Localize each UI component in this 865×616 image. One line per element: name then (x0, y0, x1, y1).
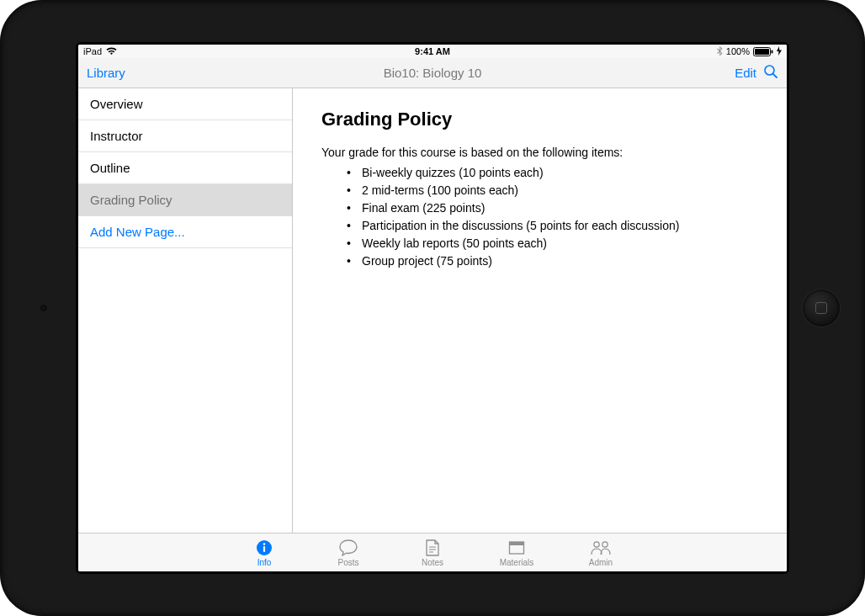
svg-rect-1 (755, 49, 769, 55)
tab-materials[interactable]: Materials (491, 539, 542, 567)
tab-admin[interactable]: Admin (576, 539, 626, 567)
sidebar-item-instructor[interactable]: Instructor (78, 120, 292, 152)
bezel: iPad 9:41 AM 100% (76, 42, 789, 574)
tab-label: Info (257, 558, 272, 567)
info-icon (256, 539, 273, 557)
svg-line-4 (773, 73, 777, 77)
svg-point-6 (263, 543, 266, 545)
notes-icon (425, 539, 440, 557)
svg-rect-7 (263, 546, 265, 552)
content-intro: Your grade for this course is based on t… (321, 146, 758, 159)
tab-label: Notes (422, 558, 443, 567)
svg-rect-12 (510, 542, 524, 545)
screen: iPad 9:41 AM 100% (78, 45, 787, 571)
chat-icon (339, 539, 358, 557)
list-item: Weekly lab reports (50 points each) (347, 235, 758, 252)
content-list: Bi-weekly quizzes (10 points each) 2 mid… (321, 164, 758, 270)
list-item: Group project (75 points) (347, 252, 758, 270)
device-label: iPad (83, 46, 102, 56)
sidebar-item-grading-policy[interactable]: Grading Policy (78, 184, 292, 216)
content-pane: Grading Policy Your grade for this cours… (293, 88, 787, 533)
sidebar-add-new-page[interactable]: Add New Page... (78, 216, 292, 248)
back-button[interactable]: Library (87, 66, 125, 80)
list-item: Final exam (225 points) (347, 199, 758, 217)
battery-percent: 100% (726, 46, 750, 56)
sidebar-item-outline[interactable]: Outline (78, 152, 292, 184)
search-icon[interactable] (763, 64, 778, 82)
svg-point-13 (594, 541, 599, 546)
list-item: Bi-weekly quizzes (10 points each) (347, 164, 758, 182)
camera-dot (40, 305, 47, 311)
tab-posts[interactable]: Posts (323, 539, 374, 567)
body: Overview Instructor Outline Grading Poli… (78, 88, 787, 533)
svg-rect-2 (772, 50, 773, 53)
tab-label: Admin (589, 558, 613, 567)
tab-info[interactable]: Info (239, 539, 289, 567)
list-item: 2 mid-terms (100 points each) (347, 182, 758, 199)
materials-icon (508, 539, 525, 557)
wifi-icon (106, 47, 117, 56)
clock: 9:41 AM (415, 46, 450, 56)
admin-icon (590, 539, 612, 557)
svg-point-14 (602, 541, 608, 546)
tab-label: Posts (337, 558, 358, 567)
sidebar: Overview Instructor Outline Grading Poli… (78, 88, 293, 533)
status-bar: iPad 9:41 AM 100% (78, 45, 787, 58)
nav-bar: Library Bio10: Biology 10 Edit (78, 58, 787, 88)
tab-label: Materials (500, 558, 534, 567)
tab-notes[interactable]: Notes (407, 539, 458, 567)
list-item: Participation in the discussions (5 poin… (347, 217, 758, 235)
bluetooth-icon (717, 46, 723, 56)
edit-button[interactable]: Edit (735, 66, 756, 80)
content-heading: Grading Policy (321, 109, 758, 130)
page-title: Bio10: Biology 10 (317, 66, 548, 80)
home-button[interactable] (803, 289, 840, 327)
battery-icon (753, 47, 773, 56)
charging-icon (777, 46, 782, 57)
tab-bar: Info Posts Notes (78, 533, 787, 571)
sidebar-item-overview[interactable]: Overview (78, 88, 292, 120)
ipad-frame: iPad 9:41 AM 100% (0, 0, 865, 616)
